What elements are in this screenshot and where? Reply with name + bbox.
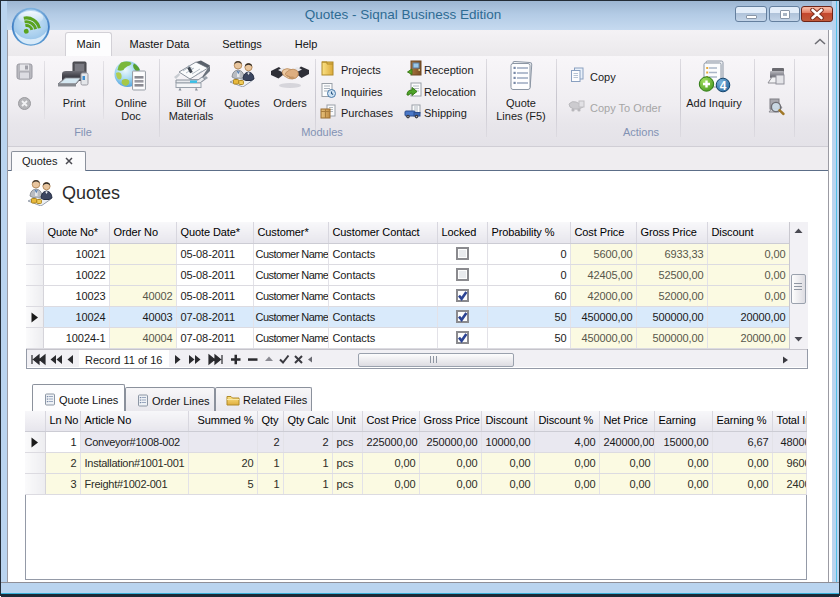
svg-text:4: 4	[720, 79, 727, 93]
